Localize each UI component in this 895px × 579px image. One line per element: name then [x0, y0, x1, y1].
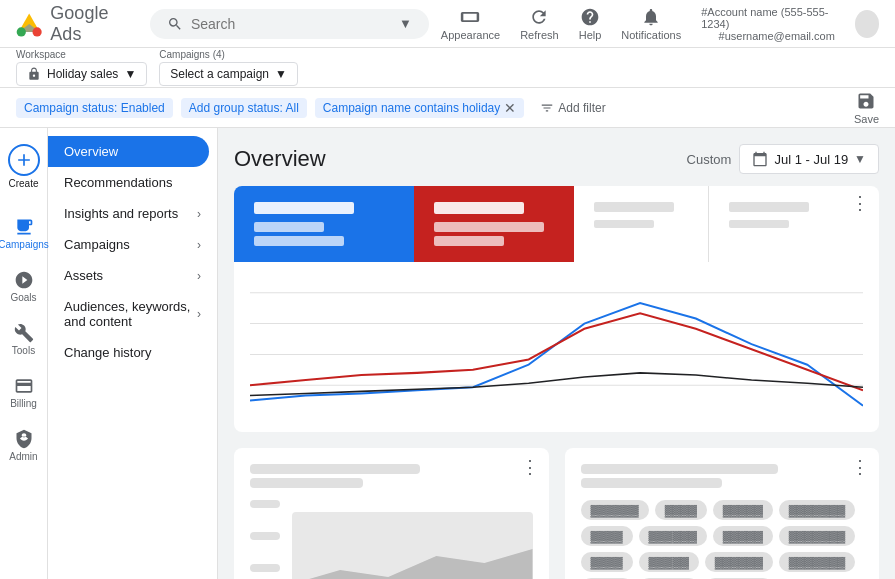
card-skeleton-4 [581, 478, 722, 488]
metric-bar [254, 236, 344, 246]
sidebar-item-campaigns[interactable]: Campaigns [2, 209, 46, 258]
tag-item: ▓▓▓▓▓ [639, 552, 699, 572]
metric-bar [254, 222, 324, 232]
tag-item: ▓▓▓▓▓ [713, 500, 773, 520]
campaigns-label: Campaigns [0, 239, 49, 250]
sidebar-item-billing[interactable]: Billing [2, 368, 46, 417]
filter-label-2: Add group status: All [189, 101, 299, 115]
date-custom-label: Custom [687, 152, 732, 167]
nav-insights-label: Insights and reports [64, 206, 197, 221]
tag-item: ▓▓▓▓ [581, 552, 633, 572]
y-label [250, 500, 280, 508]
metric-bar [434, 236, 504, 246]
sidebar: Create Campaigns Goals Tools Billing Adm… [0, 128, 48, 579]
tag-item: ▓▓▓▓▓ [713, 526, 773, 546]
more-icon: ⋮ [851, 457, 871, 477]
filter-adgroup-status[interactable]: Add group status: All [181, 98, 307, 118]
refresh-button[interactable]: Refresh [520, 7, 559, 41]
metric-blue [234, 186, 414, 262]
nav-item-overview[interactable]: Overview [48, 136, 209, 167]
sidebar-item-tools[interactable]: Tools [2, 315, 46, 364]
audiences-chevron-icon: › [197, 307, 201, 321]
workspace-chevron-icon: ▼ [124, 67, 136, 81]
nav-item-recommendations[interactable]: Recommendations [48, 167, 217, 198]
y-axis [250, 500, 284, 579]
metrics-card: ⋮ [234, 186, 879, 432]
sidebar-item-create[interactable]: Create [2, 136, 46, 197]
nav-item-change-history[interactable]: Change history [48, 337, 217, 368]
goals-icon [14, 270, 34, 290]
tools-icon [14, 323, 34, 343]
add-filter-button[interactable]: Add filter [532, 98, 613, 118]
workspace-selector[interactable]: Holiday sales ▼ [16, 62, 147, 86]
campaigns-label: Campaigns (4) [159, 49, 298, 60]
metrics-more-button[interactable]: ⋮ [843, 186, 879, 262]
refresh-label: Refresh [520, 29, 559, 41]
save-button[interactable]: Save [854, 91, 879, 125]
notifications-button[interactable]: Notifications [621, 7, 681, 41]
card-2-more-button[interactable]: ⋮ [851, 456, 871, 478]
tag-item: ▓▓▓▓ [655, 500, 707, 520]
save-icon [856, 91, 876, 111]
card-skeleton-2 [250, 478, 363, 488]
svg-point-2 [17, 27, 26, 36]
search-box[interactable]: ▼ [150, 9, 429, 39]
filter-label-3: Campaign name contains holiday [323, 101, 500, 115]
workspace-row: Workspace Holiday sales ▼ Campaigns (4) … [0, 48, 895, 88]
plus-icon [14, 150, 34, 170]
filter-remove-icon[interactable]: ✕ [504, 101, 516, 115]
card-1: ⋮ [234, 448, 549, 579]
nav-overview-label: Overview [64, 144, 193, 159]
nav-item-campaigns[interactable]: Campaigns › [48, 229, 217, 260]
nav-item-insights[interactable]: Insights and reports › [48, 198, 217, 229]
create-button-circle [8, 144, 40, 176]
tag-item: ▓▓▓▓▓▓▓ [779, 526, 855, 546]
overview-chart [250, 262, 863, 416]
svg-point-3 [32, 27, 41, 36]
nav-item-assets[interactable]: Assets › [48, 260, 217, 291]
filter-campaign-status[interactable]: Campaign status: Enabled [16, 98, 173, 118]
metric-red [414, 186, 574, 262]
more-icon: ⋮ [851, 194, 871, 212]
cards-row: ⋮ [234, 448, 879, 579]
workspace-name: Holiday sales [47, 67, 118, 81]
sub-chart [292, 512, 533, 579]
campaigns-chevron-icon: › [197, 238, 201, 252]
workspace-label: Workspace [16, 49, 147, 60]
appearance-label: Appearance [441, 29, 500, 41]
nav-assets-label: Assets [64, 268, 197, 283]
filter-label-1: Campaign status: Enabled [24, 101, 165, 115]
google-ads-logo [16, 10, 42, 38]
date-range-button[interactable]: Jul 1 - Jul 19 ▼ [739, 144, 879, 174]
main-content: Overview Custom Jul 1 - Jul 19 ▼ [218, 128, 895, 579]
save-label: Save [854, 113, 879, 125]
sidebar-item-goals[interactable]: Goals [2, 262, 46, 311]
y-label [250, 532, 280, 540]
add-filter-label: Add filter [558, 101, 605, 115]
nav-item-audiences[interactable]: Audiences, keywords, and content › [48, 291, 217, 337]
tag-item: ▓▓▓▓▓▓ [705, 552, 773, 572]
metric-bar [434, 222, 544, 232]
help-label: Help [579, 29, 602, 41]
filter-campaign-name[interactable]: Campaign name contains holiday ✕ [315, 98, 524, 118]
avatar[interactable] [855, 10, 879, 38]
card-1-more-button[interactable]: ⋮ [521, 456, 541, 478]
tags-area-1: ▓▓▓▓▓▓ ▓▓▓▓ ▓▓▓▓▓ ▓▓▓▓▓▓▓ ▓▓▓▓ ▓▓▓▓▓▓ ▓▓… [581, 500, 864, 579]
help-button[interactable]: Help [579, 7, 602, 41]
filterbar: Campaign status: Enabled Add group statu… [0, 88, 895, 128]
metric-bar-gray [594, 202, 674, 212]
campaign-selector[interactable]: Select a campaign ▼ [159, 62, 298, 86]
metric-bar [254, 202, 354, 214]
appearance-button[interactable]: Appearance [441, 7, 500, 41]
card-skeleton-3 [581, 464, 779, 474]
insights-chevron-icon: › [197, 207, 201, 221]
date-dropdown-icon: ▼ [854, 152, 866, 166]
search-dropdown-icon[interactable]: ▼ [399, 16, 412, 31]
sidebar-item-admin[interactable]: Admin [2, 421, 46, 470]
chart-container [250, 500, 533, 579]
overview-header: Overview Custom Jul 1 - Jul 19 ▼ [234, 144, 879, 174]
metric-bar-gray [729, 220, 789, 228]
logo-area: Google Ads [16, 3, 138, 45]
y-label [250, 564, 280, 572]
search-input[interactable] [191, 16, 391, 32]
